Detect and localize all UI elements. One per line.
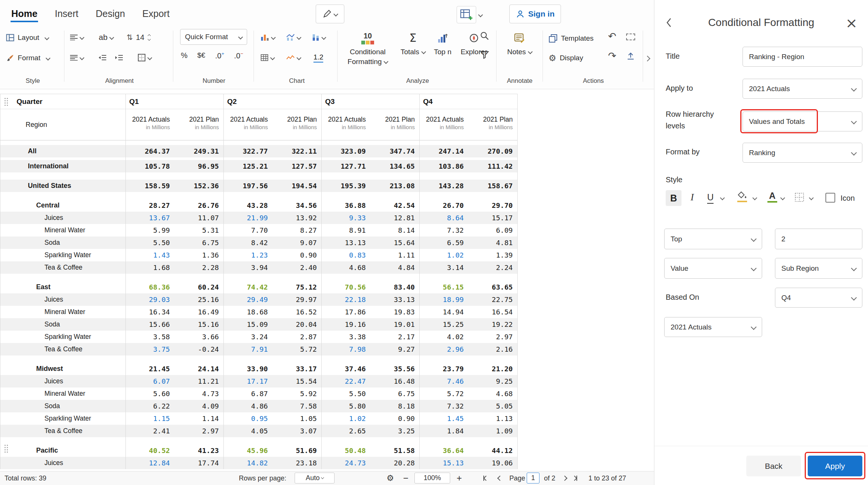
tab-home[interactable]: Home	[11, 8, 37, 27]
layout-button[interactable]: Layout	[6, 30, 49, 46]
table-row-juices[interactable]: Juices12.8417.7414.8223.1824.7320.2815.1…	[0, 457, 518, 469]
decrease-decimal-button[interactable]: .0−	[234, 51, 243, 60]
totals-button[interactable]: Σ Totals	[399, 29, 426, 57]
add-visual-button[interactable]	[457, 5, 482, 24]
settings-gear-icon[interactable]: ⚙	[387, 471, 394, 485]
drag-handle-icon[interactable]	[5, 445, 6, 446]
table-row-midwest[interactable]: Midwest21.4524.1433.9033.1737.4635.5623.…	[0, 363, 518, 375]
table-row-united-states[interactable]: United States158.59152.36197.56194.54195…	[0, 180, 518, 192]
combo-chart-button[interactable]	[286, 31, 301, 44]
table-row-juices[interactable]: Juices29.0325.1629.4929.9722.1833.1318.9…	[0, 293, 518, 306]
increase-decimal-button[interactable]: .0+	[215, 51, 224, 60]
rank-type-dropdown[interactable]: Top	[664, 229, 762, 249]
borders-button[interactable]	[138, 51, 151, 64]
bar-chart-button[interactable]	[261, 31, 275, 44]
horizontal-align-button[interactable]	[70, 31, 84, 44]
table-row-tea-coffee[interactable]: Tea & Coffee3.75-0.247.915.727.989.272.9…	[0, 343, 518, 355]
table-row-mineral-water[interactable]: Mineral Water5.995.317.708.278.918.147.3…	[0, 224, 518, 236]
stacked-chart-button[interactable]	[312, 31, 326, 44]
vertical-align-button[interactable]	[70, 51, 84, 64]
title-input[interactable]: Ranking - Region	[743, 47, 862, 67]
top-n-button[interactable]: Top n	[429, 29, 456, 57]
drag-handle-icon[interactable]	[5, 98, 6, 99]
zoom-level[interactable]: 100%	[414, 473, 450, 483]
font-size-control[interactable]: ⇅ 14	[127, 31, 150, 44]
table-row-soda[interactable]: Soda15.6615.1615.0920.0419.1619.0115.251…	[0, 318, 518, 331]
chevron-down-icon[interactable]	[720, 195, 725, 200]
first-page-button[interactable]	[483, 471, 488, 485]
close-icon[interactable]: ×	[845, 16, 857, 30]
bold-button[interactable]: B	[666, 190, 682, 206]
table-row-international[interactable]: International105.7896.95125.21127.57127.…	[0, 160, 518, 172]
table-row-mineral-water[interactable]: Mineral Water5.604.736.875.925.506.755.7…	[0, 387, 518, 400]
notes-button[interactable]: Notes	[503, 29, 536, 57]
tab-design[interactable]: Design	[96, 8, 125, 27]
table-row-sparkling-water[interactable]: Sparkling Water3.583.663.242.873.382.174…	[0, 331, 518, 343]
sign-in-button[interactable]: Sign in	[509, 5, 561, 23]
table-row-sparkling-water[interactable]: Sparkling Water1.431.361.230.900.831.111…	[0, 249, 518, 261]
format-by-dropdown[interactable]: Ranking	[743, 143, 862, 163]
undo-icon[interactable]: ↶	[608, 31, 616, 41]
page-number-input[interactable]: 1	[527, 473, 539, 483]
indent-button[interactable]	[115, 51, 123, 64]
rows-per-page-dropdown[interactable]: Auto	[295, 473, 335, 483]
table-row-soda[interactable]: Soda6.224.094.867.585.808.187.325.05	[0, 400, 518, 412]
zoom-in-button[interactable]: +	[457, 471, 462, 485]
marquee-select-icon[interactable]	[626, 34, 635, 40]
table-row-east[interactable]: East68.3660.2474.4275.1270.5683.4056.156…	[0, 281, 518, 293]
table-row-central[interactable]: Central28.2726.7643.2834.5636.8842.5426.…	[0, 199, 518, 212]
table-row-mineral-water[interactable]: Mineral Water16.3416.4918.6816.5217.8619…	[0, 306, 518, 318]
table-row-juices[interactable]: Juices6.0711.2117.1715.5422.4716.487.469…	[0, 375, 518, 387]
border-style-icon[interactable]	[795, 192, 804, 204]
table-row-pacific[interactable]: Pacific40.5241.2345.9651.6950.4851.5836.…	[0, 444, 518, 457]
next-page-button[interactable]	[563, 471, 567, 485]
chevron-down-icon[interactable]	[752, 195, 757, 200]
row-hierarchy-dropdown[interactable]: Values and Totals	[743, 111, 862, 131]
table-row-juices[interactable]: Juices13.6711.0721.9913.929.3312.818.641…	[0, 212, 518, 224]
apply-to-dropdown[interactable]: 2021 Actuals	[743, 79, 862, 99]
chevron-down-icon[interactable]	[809, 195, 814, 200]
based-on-period-dropdown[interactable]: Q4	[775, 288, 862, 308]
templates-button[interactable]: Templates	[549, 31, 594, 46]
chart-decimal-button[interactable]: 1.2	[313, 51, 323, 64]
table-row-soda[interactable]: Soda5.506.758.429.0713.1315.646.594.81	[0, 236, 518, 249]
format-button[interactable]: Format	[6, 50, 50, 66]
text-style-button[interactable]: ab	[99, 31, 113, 44]
chevron-down-icon[interactable]	[780, 195, 785, 200]
rank-count-input[interactable]: 2	[775, 229, 862, 249]
redo-icon[interactable]: ↷	[608, 51, 616, 61]
back-button[interactable]: Back	[746, 456, 801, 476]
tab-insert[interactable]: Insert	[55, 8, 78, 27]
icon-checkbox[interactable]	[825, 193, 835, 203]
currency-format-button[interactable]: $€	[197, 51, 205, 59]
previous-page-button[interactable]	[498, 471, 502, 485]
apply-button[interactable]: Apply	[808, 456, 862, 476]
percent-format-button[interactable]: %	[181, 51, 188, 60]
underline-button[interactable]: U	[707, 192, 714, 204]
outdent-button[interactable]	[99, 51, 106, 64]
rank-measure-dropdown[interactable]: Value	[664, 258, 762, 279]
rank-target-dropdown[interactable]: Sub Region	[775, 258, 862, 279]
table-row-sparkling-water[interactable]: Sparkling Water1.151.140.951.051.020.901…	[0, 412, 518, 425]
table-row-tea-coffee[interactable]: Tea & Coffee2.412.974.053.072.653.251.84…	[0, 425, 518, 437]
display-button[interactable]: ⚙ Display	[549, 50, 583, 66]
edit-mode-button[interactable]	[316, 5, 344, 23]
publish-icon[interactable]	[626, 52, 635, 61]
fill-color-icon[interactable]	[737, 191, 747, 202]
italic-button[interactable]: I	[691, 192, 694, 203]
corner-header-cell[interactable]: Quarter	[0, 94, 125, 109]
tab-export[interactable]: Export	[142, 8, 170, 27]
conditional-formatting-button[interactable]: 10 Conditional Formatting	[339, 29, 396, 66]
sparkline-button[interactable]	[286, 51, 301, 64]
search-icon[interactable]	[480, 31, 489, 40]
table-view-button[interactable]	[261, 51, 274, 64]
table-row-all[interactable]: All264.37249.31322.77322.11323.09347.742…	[0, 145, 518, 157]
region-header-cell[interactable]: Region	[0, 109, 125, 140]
filter-icon[interactable]	[480, 51, 489, 59]
font-size-stepper[interactable]	[148, 35, 150, 40]
based-on-measure-dropdown[interactable]: 2021 Actuals	[664, 317, 762, 337]
quick-format-dropdown[interactable]: Quick Format	[180, 29, 247, 45]
last-page-button[interactable]	[573, 471, 577, 485]
font-color-icon[interactable]: A	[767, 191, 777, 203]
table-row-tea-coffee[interactable]: Tea & Coffee1.682.283.942.404.684.843.14…	[0, 261, 518, 274]
